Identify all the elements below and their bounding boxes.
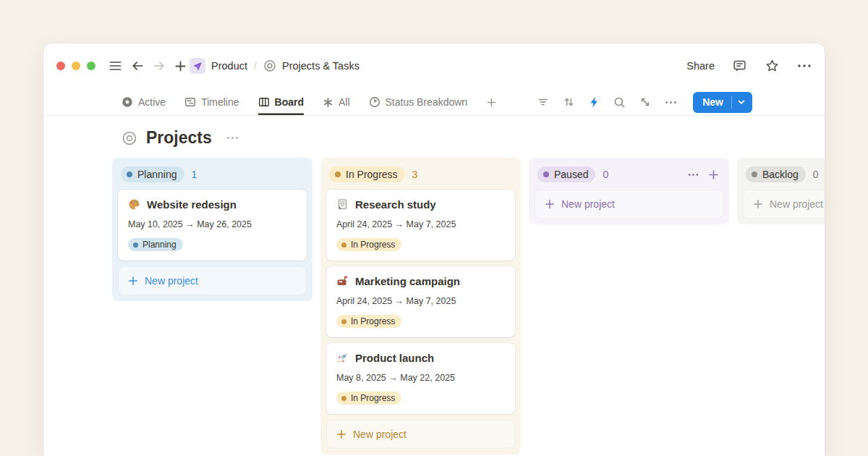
sort-icon[interactable] <box>563 96 575 108</box>
window-titlebar: Product / Projects & Tasks Share <box>43 43 825 74</box>
share-button[interactable]: Share <box>686 60 715 72</box>
status-dot <box>341 319 346 324</box>
plus-icon <box>128 276 138 286</box>
status-label: Planning <box>137 169 177 180</box>
new-project-label: New project <box>353 428 407 440</box>
minimize-button[interactable] <box>72 62 80 70</box>
column-header: Planning 1 <box>118 164 307 190</box>
column-add-icon[interactable] <box>708 169 719 180</box>
status-pill-backlog[interactable]: Backlog <box>746 166 806 182</box>
breadcrumb-workspace[interactable]: Product <box>211 60 247 72</box>
tab-label: All <box>339 96 350 108</box>
tab-timeline[interactable]: Timeline <box>184 89 239 115</box>
comments-icon[interactable] <box>732 59 747 73</box>
column-count: 3 <box>412 169 418 180</box>
status-label: Backlog <box>762 169 799 180</box>
status-dot <box>335 172 341 177</box>
column-more-icon[interactable] <box>688 173 699 177</box>
column-count: 0 <box>603 169 608 180</box>
board-column-backlog: Backlog 0 New project <box>737 158 825 224</box>
new-project-button[interactable]: New project <box>326 420 515 449</box>
card-title: Website redesign <box>147 198 237 211</box>
new-button-label[interactable]: New <box>693 96 731 108</box>
column-header: Paused 0 <box>535 164 723 190</box>
breadcrumb-separator: / <box>254 60 257 72</box>
project-card-research-study[interactable]: Research study April 24, 2025 → May 7, 2… <box>326 190 515 261</box>
title-more-icon[interactable] <box>226 136 239 140</box>
column-count: 0 <box>813 169 819 180</box>
column-actions <box>688 169 719 180</box>
star-icon[interactable] <box>765 59 780 73</box>
column-count: 1 <box>192 169 197 180</box>
board-column-in-progress: In Progress 3 Research study April 24, 2… <box>320 158 521 455</box>
new-page-icon[interactable] <box>174 60 187 72</box>
card-status-pill: In Progress <box>336 238 401 251</box>
star-circle-icon <box>122 96 133 108</box>
close-button[interactable] <box>56 62 65 70</box>
project-card-website-redesign[interactable]: Website redesign May 10, 2025 → May 26, … <box>118 190 307 261</box>
view-controls: New <box>537 89 752 115</box>
search-icon[interactable] <box>613 96 626 109</box>
status-label: In Progress <box>351 393 395 403</box>
view-tabs: Active Timeline Board All Status Breakdo… <box>122 89 497 115</box>
filter-icon[interactable] <box>537 96 549 108</box>
tab-board[interactable]: Board <box>258 89 304 115</box>
chevron-down-icon[interactable] <box>732 98 752 106</box>
forward-icon[interactable] <box>153 60 166 72</box>
new-project-button[interactable]: New project <box>118 266 307 295</box>
new-project-label: New project <box>561 198 615 210</box>
back-icon[interactable] <box>131 60 144 72</box>
status-label: Planning <box>142 240 176 250</box>
tab-label: Timeline <box>201 96 239 108</box>
sidebar-menu-icon[interactable] <box>109 60 122 72</box>
timeline-icon <box>184 96 196 108</box>
new-button[interactable]: New <box>693 92 752 113</box>
board-column-planning: Planning 1 Website redesign May 10, 2025… <box>112 158 312 301</box>
card-dates: May 8, 2025 → May 22, 2025 <box>336 373 505 383</box>
view-more-icon[interactable] <box>665 101 677 104</box>
new-project-button[interactable]: New project <box>535 190 723 219</box>
asterisk-icon <box>323 97 333 108</box>
target-icon <box>263 59 276 72</box>
tab-active[interactable]: Active <box>122 89 166 115</box>
status-label: Paused <box>554 169 588 180</box>
clock-icon <box>369 96 380 108</box>
expand-icon[interactable] <box>639 96 651 108</box>
palette-icon <box>128 198 140 211</box>
more-icon[interactable] <box>797 64 812 68</box>
zoom-button[interactable] <box>87 62 95 70</box>
tab-status-breakdown[interactable]: Status Breakdown <box>369 89 468 115</box>
status-pill-planning[interactable]: Planning <box>121 166 184 182</box>
rocket-icon <box>336 352 349 364</box>
card-dates: April 24, 2025 → May 7, 2025 <box>336 296 505 306</box>
app-window: Product / Projects & Tasks Share Active <box>43 43 825 456</box>
board-column-paused: Paused 0 New project <box>529 158 729 224</box>
mailbox-icon <box>336 275 349 287</box>
page-title: Projects <box>146 128 212 148</box>
breadcrumb-page[interactable]: Projects & Tasks <box>282 60 359 72</box>
status-dot <box>133 242 138 248</box>
product-app-icon[interactable] <box>190 58 205 74</box>
card-status-pill: In Progress <box>336 315 401 328</box>
tab-all[interactable]: All <box>323 89 350 115</box>
project-card-marketing-campaign[interactable]: Marketing campaign April 24, 2025 → May … <box>326 266 515 337</box>
target-icon <box>122 130 137 146</box>
card-title: Research study <box>355 198 436 211</box>
plus-icon <box>545 199 555 209</box>
project-card-product-launch[interactable]: Product launch May 8, 2025 → May 22, 202… <box>326 343 515 414</box>
tab-label: Board <box>275 96 304 108</box>
status-pill-paused[interactable]: Paused <box>537 166 595 182</box>
view-toolbar: Active Timeline Board All Status Breakdo… <box>43 89 825 116</box>
card-dates: April 24, 2025 → May 7, 2025 <box>336 219 505 229</box>
status-pill-in-progress[interactable]: In Progress <box>329 166 405 182</box>
plus-icon <box>336 429 346 439</box>
bookmark-tabs-icon <box>336 198 349 211</box>
new-project-button[interactable]: New project <box>743 190 825 219</box>
automation-bolt-icon[interactable] <box>589 96 600 108</box>
status-dot <box>341 242 346 248</box>
page-header: Projects <box>43 116 825 158</box>
add-view-icon[interactable] <box>486 89 497 115</box>
column-header: In Progress 3 <box>326 164 515 190</box>
traffic-lights <box>56 62 95 70</box>
plus-icon <box>753 199 763 209</box>
